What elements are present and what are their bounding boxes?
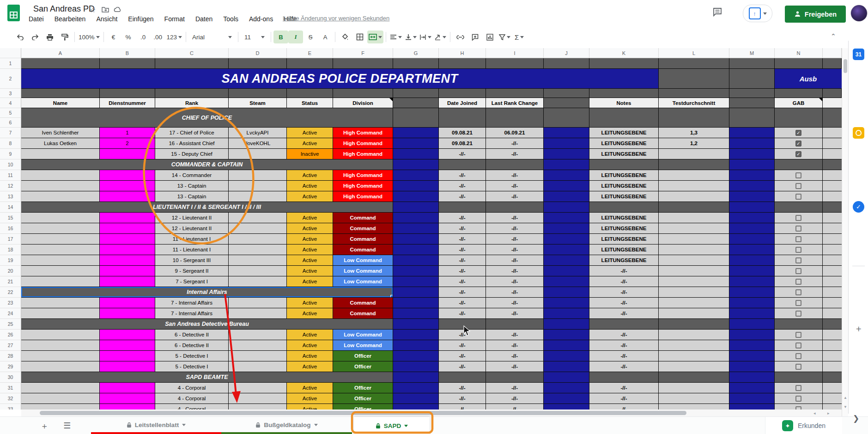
rank-cell-26[interactable]: 6 - Detective II (155, 330, 229, 340)
cell-O8[interactable] (823, 138, 842, 149)
cell-M18[interactable] (729, 245, 775, 255)
status-cell-21[interactable]: Active (287, 276, 333, 287)
rank-cell-16[interactable]: 12 - Lieutenant II (155, 223, 229, 234)
name-cell-7[interactable]: Iven Schlenther (21, 128, 100, 138)
date-joined-cell-20[interactable]: -//- (439, 266, 486, 276)
cell-H10[interactable] (439, 159, 486, 170)
keep-icon[interactable] (853, 127, 864, 139)
cell-G29[interactable] (393, 361, 439, 372)
cell-E1[interactable] (287, 58, 333, 69)
row-header-22[interactable]: 22 (0, 287, 21, 298)
cell-O21[interactable] (823, 276, 842, 287)
name-cell-21[interactable] (21, 276, 100, 287)
cell-M11[interactable] (729, 170, 775, 181)
cell-H30[interactable] (439, 372, 486, 383)
cell-I22[interactable]: -//- (486, 287, 544, 298)
cell-O28[interactable] (823, 351, 842, 361)
division-cell-16[interactable]: Command (333, 223, 393, 234)
division-cell-32[interactable]: Officer (333, 393, 393, 404)
cell-L10[interactable] (659, 159, 729, 170)
steam-cell-20[interactable] (229, 266, 287, 276)
notes-cell-17[interactable]: LEITUNGSEBENE (589, 234, 659, 245)
cell-J1[interactable] (544, 58, 589, 69)
cell-J29[interactable] (544, 361, 589, 372)
status-cell-12[interactable]: Active (287, 181, 333, 191)
row-header-7[interactable]: 7 (0, 128, 21, 138)
status-cell-19[interactable]: Active (287, 255, 333, 266)
cell-L1[interactable] (659, 58, 729, 69)
date-joined-cell-29[interactable]: -//- (439, 361, 486, 372)
row-header-21[interactable]: 21 (0, 276, 21, 287)
cell-J23[interactable] (544, 298, 589, 308)
steam-cell-31[interactable] (229, 383, 287, 393)
name-cell-24[interactable] (21, 308, 100, 319)
cell-O3[interactable] (823, 89, 842, 98)
gab-checkbox-checked[interactable]: ✓ (795, 141, 801, 147)
dienstnummer-cell-32[interactable] (100, 393, 155, 404)
increase-decimal-button[interactable]: .00 (151, 31, 165, 43)
test-cell-33[interactable] (659, 404, 729, 410)
column-header-F[interactable]: F (333, 48, 393, 58)
cell-M7[interactable] (729, 128, 775, 138)
status-cell-33[interactable]: Active (287, 404, 333, 410)
notes-cell-11[interactable]: LEITUNGSEBENE (589, 170, 659, 181)
rank-cell-32[interactable]: 4 - Corporal (155, 393, 229, 404)
cell-O31[interactable] (823, 383, 842, 393)
gab-cell-24[interactable] (775, 308, 823, 319)
status-cell-11[interactable]: Active (287, 170, 333, 181)
gab-checkbox-unchecked[interactable] (795, 353, 801, 359)
name-cell-16[interactable] (21, 223, 100, 234)
name-cell-26[interactable] (21, 330, 100, 340)
cell-N1[interactable] (775, 58, 823, 69)
cell-N14[interactable] (775, 202, 823, 213)
status-cell-32[interactable]: Active (287, 393, 333, 404)
cell-J28[interactable] (544, 351, 589, 361)
last-change-cell-31[interactable]: -//- (486, 383, 544, 393)
dienstnummer-cell-11[interactable] (100, 170, 155, 181)
rank-cell-11[interactable]: 14 - Commander (155, 170, 229, 181)
test-cell-8[interactable]: 1,2 (659, 138, 729, 149)
cell-G3[interactable] (393, 89, 439, 98)
steam-cell-29[interactable] (229, 361, 287, 372)
rank-cell-13[interactable]: 13 - Captain (155, 191, 229, 202)
row-header-5[interactable]: 5 (0, 108, 21, 118)
cell-M29[interactable] (729, 361, 775, 372)
sheet-title-cell[interactable]: SAN ANDREAS POLICE DEPARTMENT (21, 69, 659, 89)
status-cell-24[interactable]: Active (287, 308, 333, 319)
dienstnummer-cell-16[interactable] (100, 223, 155, 234)
notes-cell-15[interactable]: LEITUNGSEBENE (589, 213, 659, 223)
gab-cell-17[interactable] (775, 234, 823, 245)
last-change-cell-8[interactable]: -//- (486, 138, 544, 149)
last-change-cell-24[interactable]: -//- (486, 308, 544, 319)
gab-cell-29[interactable] (775, 361, 823, 372)
row-header-8[interactable]: 8 (0, 138, 21, 149)
date-joined-cell-17[interactable]: -//- (439, 234, 486, 245)
cell-G1[interactable] (393, 58, 439, 69)
steam-cell-12[interactable] (229, 181, 287, 191)
test-cell-16[interactable] (659, 223, 729, 234)
status-cell-13[interactable]: Active (287, 191, 333, 202)
cell-I10[interactable] (486, 159, 544, 170)
cell-O27[interactable] (823, 340, 842, 351)
gab-cell-8[interactable]: ✓ (775, 138, 823, 149)
dienstnummer-cell-24[interactable] (100, 308, 155, 319)
cell-K22[interactable]: -//- (589, 287, 659, 298)
cell-J12[interactable] (544, 181, 589, 191)
dienstnummer-cell-18[interactable] (100, 245, 155, 255)
gab-checkbox-unchecked[interactable] (795, 342, 801, 348)
notes-cell-33[interactable]: -//- (589, 404, 659, 410)
date-joined-cell-12[interactable]: -//- (439, 181, 486, 191)
gab-cell-20[interactable] (775, 266, 823, 276)
bold-button[interactable]: B (273, 31, 288, 43)
cell-M21[interactable] (729, 276, 775, 287)
last-change-cell-23[interactable]: -//- (486, 298, 544, 308)
cell-G12[interactable] (393, 181, 439, 191)
cell-G4[interactable] (393, 98, 439, 108)
cell-G18[interactable] (393, 245, 439, 255)
cell-M2[interactable] (729, 69, 775, 89)
status-cell-26[interactable]: Active (287, 330, 333, 340)
cell-A3[interactable] (21, 89, 100, 98)
cell-G24[interactable] (393, 308, 439, 319)
date-joined-cell-23[interactable]: -//- (439, 298, 486, 308)
test-cell-9[interactable] (659, 149, 729, 159)
